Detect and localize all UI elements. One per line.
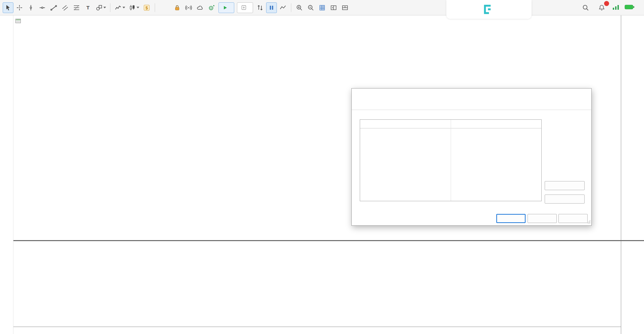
ok-button[interactable] xyxy=(496,214,526,223)
algo-trading-button[interactable] xyxy=(218,2,234,13)
timeframe-sidebar xyxy=(0,15,13,334)
chevron-down-icon xyxy=(103,7,106,8)
new-order-button[interactable] xyxy=(237,2,253,13)
ide-button[interactable] xyxy=(158,2,171,13)
trading-finder-logo-icon xyxy=(481,3,493,15)
candlestick-chart-type-icon[interactable] xyxy=(127,2,141,13)
trading-finder-watermark xyxy=(446,0,532,19)
tile-windows-horizontal-icon[interactable] xyxy=(340,2,350,13)
chart-symbol-label xyxy=(15,19,23,23)
dialog-tabs xyxy=(352,100,591,110)
notification-badge xyxy=(604,1,609,6)
indicator-dialog xyxy=(351,88,592,226)
toolbar-right-group xyxy=(580,2,641,13)
shapes-tool-icon[interactable] xyxy=(94,2,107,13)
line-chart-type-icon[interactable] xyxy=(113,2,127,13)
svg-text:T: T xyxy=(86,5,89,10)
save-button[interactable] xyxy=(545,194,585,204)
ravi-indicator-pane[interactable] xyxy=(13,241,621,327)
pane-divider[interactable] xyxy=(13,240,644,241)
chart-window-icon xyxy=(15,19,21,23)
horizontal-line-tool-icon[interactable] xyxy=(37,2,48,13)
community-icon[interactable] xyxy=(206,2,217,13)
fibonacci-tool-icon[interactable] xyxy=(71,2,82,13)
time-axis[interactable] xyxy=(13,327,621,334)
reset-button[interactable] xyxy=(558,214,588,223)
broadcast-icon[interactable] xyxy=(183,2,194,13)
resize-grip[interactable] xyxy=(587,219,591,225)
toolbar-separator xyxy=(291,3,291,12)
battery-icon xyxy=(625,4,635,11)
tile-windows-vertical-icon[interactable] xyxy=(328,2,339,13)
load-button[interactable] xyxy=(545,181,585,190)
notifications-bell-icon[interactable] xyxy=(596,2,607,13)
chevron-down-icon xyxy=(137,7,139,8)
channel-tool-icon[interactable] xyxy=(60,2,70,13)
arrange-icon[interactable] xyxy=(255,2,265,13)
cursor-tool-icon[interactable] xyxy=(3,2,13,13)
cloud-icon[interactable] xyxy=(195,2,205,13)
grid-icon[interactable] xyxy=(317,2,328,13)
text-tool-icon[interactable]: T xyxy=(83,2,93,13)
lvl-indicator-icon[interactable] xyxy=(612,5,619,10)
vertical-line-tool-icon[interactable] xyxy=(26,2,36,13)
chevron-down-icon xyxy=(122,7,125,8)
maximize-button[interactable] xyxy=(563,89,577,100)
parameters-table xyxy=(360,119,542,201)
depth-of-market-icon[interactable] xyxy=(266,2,277,13)
search-icon[interactable] xyxy=(580,2,591,13)
dialog-titlebar[interactable] xyxy=(352,89,591,100)
currency-icon[interactable]: $ xyxy=(141,2,152,13)
play-icon xyxy=(223,5,228,10)
mt5-window: T $ xyxy=(0,0,644,334)
zigzag-icon[interactable] xyxy=(278,2,288,13)
column-separator xyxy=(451,120,451,201)
toolbar-separator xyxy=(155,3,155,12)
crosshair-tool-icon[interactable] xyxy=(14,2,25,13)
main-toolbar: T $ xyxy=(0,0,644,15)
new-order-icon xyxy=(241,5,246,10)
zoom-in-icon[interactable] xyxy=(294,2,305,13)
minimize-button[interactable] xyxy=(549,89,563,100)
svg-text:$: $ xyxy=(145,5,148,10)
toolbar-separator xyxy=(110,3,110,12)
price-axis[interactable] xyxy=(621,15,644,334)
close-button[interactable] xyxy=(577,89,591,100)
window-controls xyxy=(549,89,591,100)
cancel-button[interactable] xyxy=(528,214,557,223)
lock-icon[interactable] xyxy=(172,2,183,13)
trendline-tool-icon[interactable] xyxy=(48,2,59,13)
zoom-out-icon[interactable] xyxy=(305,2,316,13)
